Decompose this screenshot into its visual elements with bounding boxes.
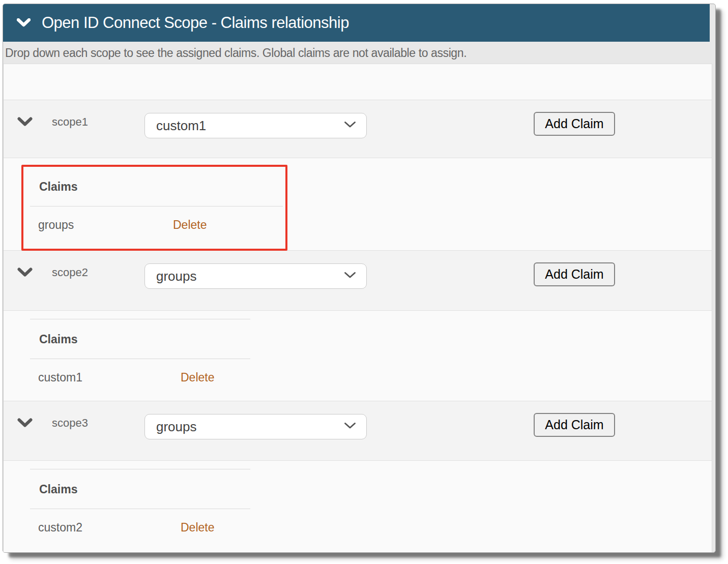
table-header-row [4,64,712,100]
add-claim-button[interactable]: Add Claim [534,413,615,437]
collapse-chevron-down-icon[interactable] [17,18,31,27]
scope1-claim-select[interactable]: custom1 [144,113,367,138]
scope2-chevron-down-icon[interactable] [17,268,33,279]
annotation-highlight-box [21,165,287,251]
screenshot-canvas: Open ID Connect Scope - Claims relations… [0,0,728,564]
select-value: custom1 [156,118,206,134]
select-value: groups [156,419,197,435]
section-header: Open ID Connect Scope - Claims relations… [3,4,710,42]
scope-row-scope2: scope2 groups Add Claim [4,251,712,311]
claims-heading: Claims [39,483,77,496]
claims-heading: Claims [39,180,77,194]
claims-heading: Claims [39,333,77,346]
claim-name: groups [38,218,74,232]
divider [30,469,250,469]
scope1-chevron-down-icon[interactable] [17,117,33,129]
divider [30,319,250,319]
select-chevron-down-icon [344,272,356,281]
scope-row-scope3: scope3 groups Add Claim [4,401,712,461]
divider [30,359,250,359]
scope-claims-table: scope1 custom1 Add Claim Claims grou [3,64,712,552]
add-claim-button[interactable]: Add Claim [534,112,615,136]
select-chevron-down-icon [344,121,356,130]
scope2-claim-select[interactable]: groups [144,263,367,289]
divider [30,166,283,167]
divider [30,206,283,206]
scope-name-label: scope2 [52,266,88,279]
add-claim-button[interactable]: Add Claim [534,262,615,286]
scope-name-label: scope3 [52,417,88,430]
delete-claim-link[interactable]: Delete [181,371,214,384]
claim-name: custom1 [38,371,82,384]
panel-description: Drop down each scope to see the assigned… [3,42,715,64]
scope3-claim-select[interactable]: groups [144,414,367,439]
scope3-chevron-down-icon[interactable] [17,418,33,430]
scope-name-label: scope1 [52,115,88,129]
claims-section-scope1: Claims groups Delete [4,158,712,251]
select-value: groups [156,269,197,284]
select-chevron-down-icon [344,422,356,431]
claim-name: custom2 [38,521,82,535]
panel-frame: Open ID Connect Scope - Claims relations… [3,4,716,553]
scope-row-scope1: scope1 custom1 Add Claim [4,100,712,158]
claims-section-scope2: Claims custom1 Delete [4,311,712,401]
divider [30,509,250,509]
delete-claim-link[interactable]: Delete [181,521,214,535]
delete-claim-link[interactable]: Delete [173,218,207,232]
claims-section-scope3: Claims custom2 Delete [4,461,712,552]
panel-title: Open ID Connect Scope - Claims relations… [42,14,349,32]
